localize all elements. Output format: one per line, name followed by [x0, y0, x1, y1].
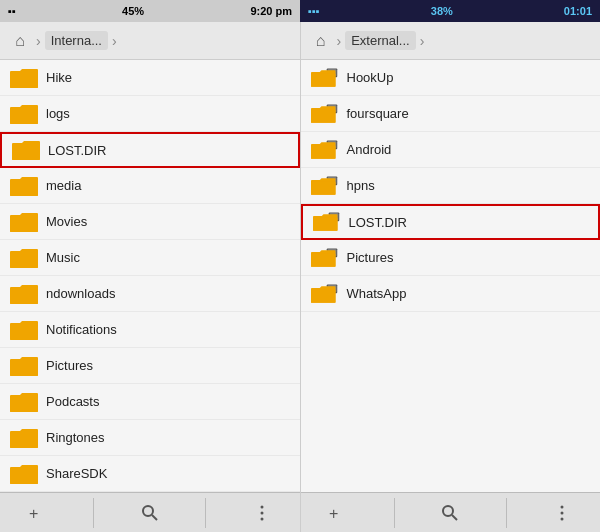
svg-rect-11 — [10, 469, 38, 484]
list-item[interactable]: Movies — [0, 204, 300, 240]
status-bars: ▪▪ 45% 9:20 pm ▪▪▪ 38% 01:01 — [0, 0, 600, 22]
svg-rect-2 — [12, 145, 40, 160]
list-item[interactable]: media — [0, 168, 300, 204]
file-name: Pictures — [347, 250, 394, 265]
left-toolbar-divider1 — [93, 498, 94, 528]
svg-point-46 — [561, 511, 564, 514]
right-search-button[interactable] — [430, 496, 470, 530]
list-item[interactable]: Hike — [0, 60, 300, 96]
list-item[interactable]: Pictures — [301, 240, 601, 276]
file-name: Hike — [46, 70, 72, 85]
svg-rect-0 — [10, 73, 38, 88]
svg-rect-6 — [10, 289, 38, 304]
svg-line-17 — [152, 515, 157, 520]
list-item[interactable]: Music — [0, 240, 300, 276]
file-name: media — [46, 178, 81, 193]
svg-text:+: + — [29, 505, 38, 522]
file-name: WhatsApp — [347, 286, 407, 301]
left-add-button[interactable]: + — [18, 496, 58, 530]
left-toolbar: + — [0, 492, 300, 532]
list-item[interactable]: foursquare — [301, 96, 601, 132]
status-left-icons: ▪▪ — [8, 5, 16, 17]
left-breadcrumb[interactable]: ⌂ › Interna... › — [0, 22, 300, 60]
status-right-time: 01:01 — [564, 5, 592, 17]
list-item[interactable]: ShareSDK — [0, 456, 300, 492]
svg-rect-1 — [10, 109, 38, 124]
main-panels: ⌂ › Interna... › Hike logs LOST.DIR medi… — [0, 22, 600, 532]
svg-rect-23 — [311, 73, 336, 86]
list-item[interactable]: Notifications — [0, 312, 300, 348]
svg-rect-9 — [10, 397, 38, 412]
right-breadcrumb[interactable]: ⌂ › External... › — [301, 22, 601, 60]
svg-point-47 — [561, 517, 564, 520]
right-home-icon[interactable]: ⌂ — [309, 29, 333, 53]
svg-rect-3 — [10, 181, 38, 196]
svg-line-44 — [452, 515, 457, 520]
file-name: ndownloads — [46, 286, 115, 301]
left-breadcrumb-end-arrow: › — [112, 33, 117, 49]
left-file-list: Hike logs LOST.DIR media Movies Music nd… — [0, 60, 300, 492]
svg-point-43 — [443, 506, 453, 516]
status-right-icons: ▪▪▪ — [308, 5, 320, 17]
right-breadcrumb-end-arrow: › — [420, 33, 425, 49]
left-more-button[interactable] — [242, 496, 282, 530]
file-name: LOST.DIR — [349, 215, 408, 230]
left-search-button[interactable] — [130, 496, 170, 530]
status-left-time: 9:20 pm — [250, 5, 292, 17]
list-item[interactable]: Android — [301, 132, 601, 168]
file-name: Ringtones — [46, 430, 105, 445]
right-add-button[interactable]: + — [318, 496, 358, 530]
file-name: Pictures — [46, 358, 93, 373]
right-more-button[interactable] — [542, 496, 582, 530]
list-item[interactable]: LOST.DIR — [301, 204, 601, 240]
file-name: ShareSDK — [46, 466, 107, 481]
svg-point-45 — [561, 505, 564, 508]
list-item[interactable]: Pictures — [0, 348, 300, 384]
status-bar-left: ▪▪ 45% 9:20 pm — [0, 0, 300, 22]
right-breadcrumb-arrow: › — [337, 33, 342, 49]
left-panel: ⌂ › Interna... › Hike logs LOST.DIR medi… — [0, 22, 301, 532]
svg-point-19 — [260, 511, 263, 514]
status-bar-right: ▪▪▪ 38% 01:01 — [300, 0, 600, 22]
left-toolbar-divider2 — [205, 498, 206, 528]
file-name: logs — [46, 106, 70, 121]
right-toolbar-divider2 — [506, 498, 507, 528]
file-name: Podcasts — [46, 394, 99, 409]
status-right-battery: 38% — [431, 5, 453, 17]
svg-point-16 — [143, 506, 153, 516]
list-item[interactable]: LOST.DIR — [0, 132, 300, 168]
file-name: Movies — [46, 214, 87, 229]
list-item[interactable]: ndownloads — [0, 276, 300, 312]
left-home-icon[interactable]: ⌂ — [8, 29, 32, 53]
svg-point-20 — [260, 517, 263, 520]
svg-rect-8 — [10, 361, 38, 376]
right-breadcrumb-text[interactable]: External... — [345, 31, 416, 50]
right-toolbar-divider1 — [394, 498, 395, 528]
file-name: LOST.DIR — [48, 143, 107, 158]
right-panel: ⌂ › External... › HookUp foursquare Andr… — [301, 22, 601, 532]
list-item[interactable]: Podcasts — [0, 384, 300, 420]
file-name: hpns — [347, 178, 375, 193]
svg-rect-41 — [311, 289, 336, 302]
list-item[interactable]: Ringtones — [0, 420, 300, 456]
left-breadcrumb-arrow: › — [36, 33, 41, 49]
file-name: Music — [46, 250, 80, 265]
svg-rect-38 — [311, 253, 336, 266]
list-item[interactable]: logs — [0, 96, 300, 132]
file-name: HookUp — [347, 70, 394, 85]
right-toolbar: + — [301, 492, 601, 532]
svg-rect-10 — [10, 433, 38, 448]
status-left-battery: 45% — [122, 5, 144, 17]
file-name: foursquare — [347, 106, 409, 121]
right-file-list: HookUp foursquare Android hpns LOST.DIR — [301, 60, 601, 492]
list-item[interactable]: hpns — [301, 168, 601, 204]
svg-rect-29 — [311, 145, 336, 158]
svg-rect-32 — [311, 181, 336, 194]
left-breadcrumb-text[interactable]: Interna... — [45, 31, 108, 50]
file-name: Android — [347, 142, 392, 157]
svg-rect-4 — [10, 217, 38, 232]
svg-point-18 — [260, 505, 263, 508]
svg-rect-26 — [311, 109, 336, 122]
list-item[interactable]: HookUp — [301, 60, 601, 96]
list-item[interactable]: WhatsApp — [301, 276, 601, 312]
